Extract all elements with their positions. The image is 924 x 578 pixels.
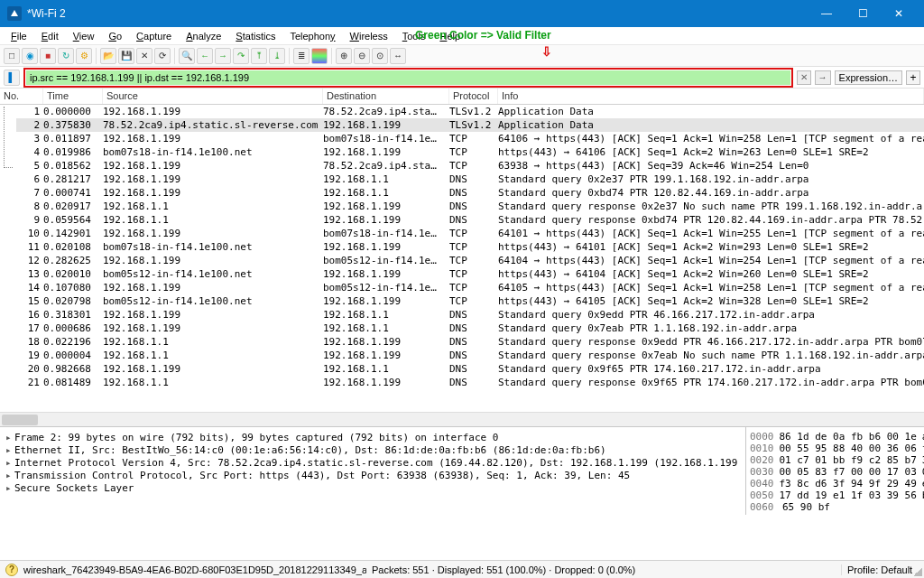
expand-caret-icon[interactable]: ▸ <box>5 470 14 481</box>
packet-details-tree[interactable]: ▸Frame 2: 99 bytes on wire (792 bits), 9… <box>0 427 745 515</box>
last-packet-icon[interactable]: ⤓ <box>269 48 285 64</box>
packet-row[interactable]: 190.000004192.168.1.1192.168.1.199DNSSta… <box>16 349 924 362</box>
col-destination[interactable]: Destination <box>323 89 449 104</box>
packet-row[interactable]: 170.000686192.168.1.199192.168.1.1DNSSta… <box>16 322 924 335</box>
packet-row[interactable]: 140.107080192.168.1.199bom05s12-in-f14.1… <box>16 281 924 294</box>
packet-row[interactable]: 60.281217192.168.1.199192.168.1.1DNSStan… <box>16 172 924 186</box>
statusbar: ? wireshark_76423949-B5A9-4EA6-B02D-680F… <box>0 560 924 578</box>
hex-line[interactable]: 001000 55 95 88 40 00 36 06f1 <box>750 443 920 454</box>
packet-stats-label: Packets: 551 · Displayed: 551 (100.0%) ·… <box>372 564 836 575</box>
packet-row[interactable]: 150.020798bom05s12-in-f14.1e100.net192.1… <box>16 294 924 308</box>
zoom-reset-icon[interactable]: ⊙ <box>372 48 388 64</box>
close-file-icon[interactable]: ✕ <box>136 48 152 64</box>
save-file-icon[interactable]: 💾 <box>118 48 134 64</box>
colorize-icon[interactable] <box>311 48 328 64</box>
col-info[interactable]: Info <box>498 89 924 104</box>
display-filter-input[interactable] <box>26 70 790 85</box>
go-to-packet-icon[interactable]: ↷ <box>233 48 249 64</box>
hex-line[interactable]: 006065 90 bf <box>750 501 920 513</box>
hex-line[interactable]: 003000 05 83 f7 00 00 17 0303 <box>750 466 920 478</box>
profile-label[interactable]: Profile: Default <box>841 564 919 575</box>
capture-options-icon[interactable]: ⚙ <box>76 48 92 64</box>
packet-row[interactable]: 50.018562192.168.1.19978.52.2ca9.ip4.sta… <box>16 159 924 172</box>
open-file-icon[interactable]: 📂 <box>100 48 116 64</box>
minimize-button[interactable]: — <box>808 3 845 24</box>
packet-row[interactable]: 30.011897192.168.1.199bom07s18-in-f14.1e… <box>16 132 924 145</box>
toolbar: □ ◉ ■ ↻ ⚙ 📂 💾 ✕ ⟳ 🔍 ← → ↷ ⤒ ⤓ ≣ ⊕ ⊖ ⊙ ↔ <box>0 45 924 67</box>
menu-edit[interactable]: Edit <box>36 29 64 43</box>
filter-highlight <box>23 68 793 88</box>
details-area: ▸Frame 2: 99 bytes on wire (792 bits), 9… <box>0 426 924 515</box>
col-protocol[interactable]: Protocol <box>449 89 498 104</box>
go-back-icon[interactable]: ← <box>197 48 213 64</box>
packet-row[interactable]: 100.142901192.168.1.199bom07s18-in-f14.1… <box>16 227 924 240</box>
packet-row[interactable]: 10.000000192.168.1.19978.52.2ca9.ip4.sta… <box>16 105 924 118</box>
menu-statistics[interactable]: Statistics <box>230 29 281 43</box>
detail-line[interactable]: ▸Transmission Control Protocol, Src Port… <box>5 469 740 481</box>
menu-file[interactable]: File <box>5 29 32 43</box>
resize-columns-icon[interactable]: ↔ <box>390 48 406 64</box>
related-packets-margin <box>0 105 16 412</box>
expand-caret-icon[interactable]: ▸ <box>5 457 14 469</box>
menu-capture[interactable]: Capture <box>131 29 177 43</box>
help-icon[interactable]: ? <box>5 564 18 576</box>
add-filter-button[interactable]: + <box>906 70 920 85</box>
menu-go[interactable]: Go <box>103 29 127 43</box>
packet-list-header: No. Time Source Destination Protocol Inf… <box>0 89 924 105</box>
expand-caret-icon[interactable]: ▸ <box>5 432 14 443</box>
packet-row[interactable]: 80.020917192.168.1.1192.168.1.199DNSStan… <box>16 200 924 213</box>
packet-row[interactable]: 40.019986bom07s18-in-f14.1e100.net192.16… <box>16 145 924 159</box>
packet-bytes-hex[interactable]: 000086 1d de 0a fb b6 00 1ea6001000 55 9… <box>745 427 924 515</box>
clear-filter-button[interactable]: ✕ <box>797 70 811 85</box>
col-time[interactable]: Time <box>43 89 103 104</box>
packet-row[interactable]: 70.000741192.168.1.199192.168.1.1DNSStan… <box>16 186 924 200</box>
capture-file-label: wireshark_76423949-B5A9-4EA6-B02D-680F03… <box>23 564 366 575</box>
packet-row[interactable]: 180.022196192.168.1.1192.168.1.199DNSSta… <box>16 335 924 349</box>
horizontal-scrollbar[interactable] <box>0 412 924 426</box>
packet-row[interactable]: 120.282625192.168.1.199bom05s12-in-f14.1… <box>16 254 924 267</box>
maximize-button[interactable]: ☐ <box>845 3 881 24</box>
restart-capture-icon[interactable]: ↻ <box>58 48 74 64</box>
hex-line[interactable]: 0040f3 8c d6 3f 94 9f 29 49ea <box>750 478 920 489</box>
packet-row[interactable]: 110.020108bom07s18-in-f14.1e100.net192.1… <box>16 240 924 254</box>
find-icon[interactable]: 🔍 <box>179 48 195 64</box>
detail-line[interactable]: ▸Frame 2: 99 bytes on wire (792 bits), 9… <box>5 431 740 443</box>
window-resize-grip[interactable] <box>913 567 922 576</box>
auto-scroll-icon[interactable]: ≣ <box>293 48 310 64</box>
packet-row[interactable]: 200.982668192.168.1.199192.168.1.1DNSSta… <box>16 362 924 376</box>
zoom-out-icon[interactable]: ⊖ <box>354 48 370 64</box>
start-capture-icon[interactable]: ◉ <box>22 48 38 64</box>
stop-capture-icon[interactable]: ■ <box>40 48 56 64</box>
packet-row[interactable]: 20.37583078.52.2ca9.ip4.static.sl-revers… <box>16 118 924 132</box>
col-no[interactable]: No. <box>0 89 43 104</box>
zoom-in-icon[interactable]: ⊕ <box>336 48 352 64</box>
apply-filter-button[interactable]: → <box>815 70 831 85</box>
interfaces-icon[interactable]: □ <box>4 48 20 64</box>
menu-view[interactable]: View <box>68 29 100 43</box>
expression-button[interactable]: Expression… <box>835 70 902 85</box>
bookmark-filter-icon[interactable]: ▌ <box>4 70 20 86</box>
menu-wireless[interactable]: Wireless <box>345 29 393 43</box>
packet-row[interactable]: 160.318301192.168.1.199192.168.1.1DNSSta… <box>16 308 924 322</box>
hex-line[interactable]: 005017 dd 19 e1 1f 03 39 56be <box>750 489 920 501</box>
close-button[interactable]: ✕ <box>881 3 917 24</box>
expand-caret-icon[interactable]: ▸ <box>5 444 14 456</box>
packet-row[interactable]: 210.081489192.168.1.1192.168.1.199DNSSta… <box>16 376 924 389</box>
menu-telephony[interactable]: Telephony <box>284 29 340 43</box>
detail-line[interactable]: ▸Secure Sockets Layer <box>5 481 740 494</box>
detail-line[interactable]: ▸Internet Protocol Version 4, Src: 78.52… <box>5 456 740 469</box>
hex-line[interactable]: 000086 1d de 0a fb b6 00 1ea6 <box>750 431 920 443</box>
expand-caret-icon[interactable]: ▸ <box>5 482 14 494</box>
col-source[interactable]: Source <box>103 89 323 104</box>
packet-row[interactable]: 130.020010bom05s12-in-f14.1e100.net192.1… <box>16 267 924 281</box>
titlebar: *Wi-Fi 2 — ☐ ✕ <box>0 0 924 27</box>
reload-icon[interactable]: ⟳ <box>154 48 171 64</box>
first-packet-icon[interactable]: ⤒ <box>251 48 267 64</box>
menu-analyze[interactable]: Analyze <box>180 29 226 43</box>
app-icon <box>7 6 22 21</box>
detail-line[interactable]: ▸Ethernet II, Src: BestItWo_56:14:c0 (00… <box>5 443 740 456</box>
go-forward-icon[interactable]: → <box>215 48 231 64</box>
packet-row[interactable]: 90.059564192.168.1.1192.168.1.199DNSStan… <box>16 213 924 227</box>
packet-list[interactable]: 10.000000192.168.1.19978.52.2ca9.ip4.sta… <box>0 105 924 412</box>
hex-line[interactable]: 002001 c7 01 bb f9 c2 85 b736 <box>750 454 920 466</box>
